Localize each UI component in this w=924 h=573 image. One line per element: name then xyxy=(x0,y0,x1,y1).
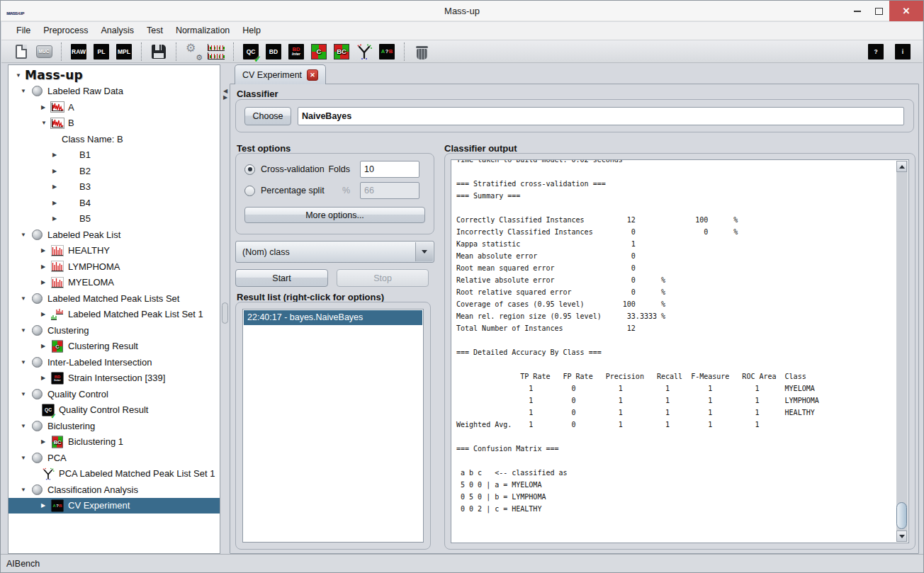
tree-item-b5[interactable]: ▶B5 xyxy=(9,211,220,227)
start-button[interactable]: Start xyxy=(235,269,328,287)
classifier-name-field[interactable] xyxy=(298,107,904,125)
tree-item-cv-experiment[interactable]: ▶A?BCV Experiment xyxy=(9,498,220,514)
expander-icon[interactable]: ▼ xyxy=(21,487,30,493)
tree-item-labeled-raw-data[interactable]: ▼Labeled Raw Data xyxy=(9,84,220,100)
tree-item-mass-up[interactable]: ▼Mass-up xyxy=(9,67,220,84)
tab-close-icon[interactable] xyxy=(307,69,318,81)
more-options-button[interactable]: More options... xyxy=(244,207,425,223)
tree-item-biclustering[interactable]: ▼Biclustering xyxy=(9,418,220,434)
biomarker-discovery-button[interactable]: BD xyxy=(263,41,284,62)
tree-item-inter-labeled-intersection[interactable]: ▼Inter-Labeled Intersection xyxy=(9,354,220,370)
spectra-chart-button[interactable] xyxy=(205,41,227,62)
expander-icon[interactable]: ▶ xyxy=(52,152,62,158)
expander-icon[interactable]: ▼ xyxy=(41,120,50,126)
choose-button[interactable]: Choose xyxy=(244,107,291,125)
classifier-output-area[interactable]: Time taken to build model: 0.02 seconds … xyxy=(451,159,909,543)
class-attribute-combo[interactable]: (Nom) class xyxy=(235,241,434,263)
tree-item-a[interactable]: ▶A xyxy=(9,99,220,115)
new-document-button[interactable] xyxy=(11,41,32,62)
tree-item-pca-labeled-matched-peak-list-set-1[interactable]: PCA Labeled Matched Peak List Set 1 xyxy=(9,466,220,482)
folds-input[interactable] xyxy=(360,161,419,178)
tree-item-lymphoma[interactable]: ▶LYMPHOMA xyxy=(9,259,220,275)
percentage-split-radio[interactable] xyxy=(244,186,255,196)
expander-icon[interactable]: ▶ xyxy=(41,247,50,254)
expander-icon[interactable]: ▶ xyxy=(41,502,50,509)
percent-input[interactable] xyxy=(360,182,419,199)
expand-right-icon[interactable]: ▶ xyxy=(221,94,230,101)
tree-item-b1[interactable]: ▶B1 xyxy=(9,147,220,164)
cross-validation-radio[interactable] xyxy=(244,164,255,175)
expander-icon[interactable]: ▶ xyxy=(52,168,62,174)
scroll-up-button[interactable] xyxy=(896,161,907,172)
tree-item-b3[interactable]: ▶B3 xyxy=(9,179,220,195)
maximize-button[interactable] xyxy=(868,1,889,21)
tree-item-class-name-b[interactable]: ▶Class Name: B xyxy=(9,131,220,147)
expander-icon[interactable]: ▼ xyxy=(21,295,30,302)
expander-icon[interactable]: ▶ xyxy=(41,263,50,270)
menu-analysis[interactable]: Analysis xyxy=(94,22,140,40)
expander-icon[interactable]: ▼ xyxy=(16,72,25,79)
tab-cv-experiment[interactable]: CV Experiment xyxy=(235,64,326,84)
tree-item-labeled-matched-peak-lists-set[interactable]: ▼Labeled Matched Peak Lists Set xyxy=(9,290,220,307)
info-button[interactable]: i xyxy=(892,41,913,62)
classification-button[interactable]: A?B xyxy=(376,41,398,62)
menu-help[interactable]: Help xyxy=(236,22,267,40)
stop-button[interactable]: Stop xyxy=(337,269,429,287)
expander-icon[interactable]: ▼ xyxy=(21,232,30,238)
matched-peak-list-button[interactable]: MPL xyxy=(113,41,135,62)
expander-icon[interactable]: ▶ xyxy=(52,183,62,190)
divider-grip[interactable] xyxy=(222,302,228,324)
expander-icon[interactable]: ▶ xyxy=(52,200,62,206)
expander-icon[interactable]: ▼ xyxy=(21,88,30,94)
biclustering-button[interactable]: BC xyxy=(331,41,352,62)
close-button[interactable] xyxy=(889,1,923,21)
tree-item-quality-control-result[interactable]: QCQuality Control Result xyxy=(9,402,220,419)
preprocessing-gears-button[interactable] xyxy=(183,41,204,62)
bd-intersection-button[interactable]: BDInter xyxy=(286,41,307,62)
tree-item-b[interactable]: ▼B xyxy=(9,115,220,132)
raw-data-button[interactable]: RAW xyxy=(68,41,89,62)
clustering-button[interactable]: C xyxy=(308,41,329,62)
menu-normalization[interactable]: Normalization xyxy=(169,22,236,40)
tree-item-strain-intersection-339[interactable]: ▶BDInterStrain Intersection [339] xyxy=(9,370,220,387)
peak-list-button[interactable]: PL xyxy=(91,41,112,62)
expander-icon[interactable]: ▶ xyxy=(41,438,50,445)
expander-icon[interactable]: ▼ xyxy=(21,455,30,461)
tree-item-b2[interactable]: ▶B2 xyxy=(9,163,220,179)
result-item-22-40-17-bayes-naivebayes[interactable]: 22:40:17 - bayes.NaiveBayes xyxy=(244,310,422,325)
output-scrollbar[interactable] xyxy=(896,161,908,542)
scrollbar-thumb[interactable] xyxy=(896,502,907,529)
expander-icon[interactable]: ▶ xyxy=(41,279,50,285)
tree-item-clustering-result[interactable]: ▶CClustering Result xyxy=(9,339,220,355)
tree-item-myeloma[interactable]: ▶MYELOMA xyxy=(9,275,220,291)
expander-icon[interactable]: ▼ xyxy=(21,423,30,429)
tree-item-classification-analysis[interactable]: ▼Classification Analysis xyxy=(9,482,220,498)
expander-icon[interactable]: ▶ xyxy=(52,215,62,222)
tree-item-labeled-peak-list[interactable]: ▼Labeled Peak List xyxy=(9,227,220,243)
menu-test[interactable]: Test xyxy=(140,22,169,40)
quality-control-button[interactable]: QC xyxy=(240,41,261,62)
help-button[interactable]: ? xyxy=(865,41,886,62)
result-list[interactable]: 22:40:17 - bayes.NaiveBayes xyxy=(242,309,424,543)
expander-icon[interactable]: ▶ xyxy=(41,343,50,349)
menu-preprocess[interactable]: Preprocess xyxy=(37,22,94,40)
menu-file[interactable]: File xyxy=(10,22,37,40)
tree-item-b4[interactable]: ▶B4 xyxy=(9,195,220,211)
tree-item-labeled-matched-peak-list-set-1[interactable]: ▶Labeled Matched Peak List Set 1 xyxy=(9,307,220,323)
minimize-button[interactable] xyxy=(847,1,868,21)
expander-icon[interactable]: ▶ xyxy=(41,375,50,381)
expander-icon[interactable]: ▶ xyxy=(41,104,50,110)
combo-arrow-zone[interactable] xyxy=(415,242,433,261)
muc-file-button[interactable]: MUC xyxy=(33,41,55,62)
expander-icon[interactable]: ▼ xyxy=(21,391,30,397)
trash-button[interactable] xyxy=(411,41,432,62)
collapse-left-icon[interactable]: ◀ xyxy=(221,88,230,94)
split-pane-divider[interactable]: ◀ ▶ xyxy=(221,64,230,554)
expander-icon[interactable]: ▼ xyxy=(21,359,30,365)
expander-icon[interactable]: ▼ xyxy=(21,327,30,334)
tree-item-pca[interactable]: ▼PCA xyxy=(9,450,220,466)
save-button[interactable] xyxy=(148,41,169,62)
tree-item-quality-control[interactable]: ▼Quality Control xyxy=(9,386,220,402)
tree-item-clustering[interactable]: ▼Clustering xyxy=(9,322,220,339)
expander-icon[interactable]: ▶ xyxy=(41,311,50,317)
